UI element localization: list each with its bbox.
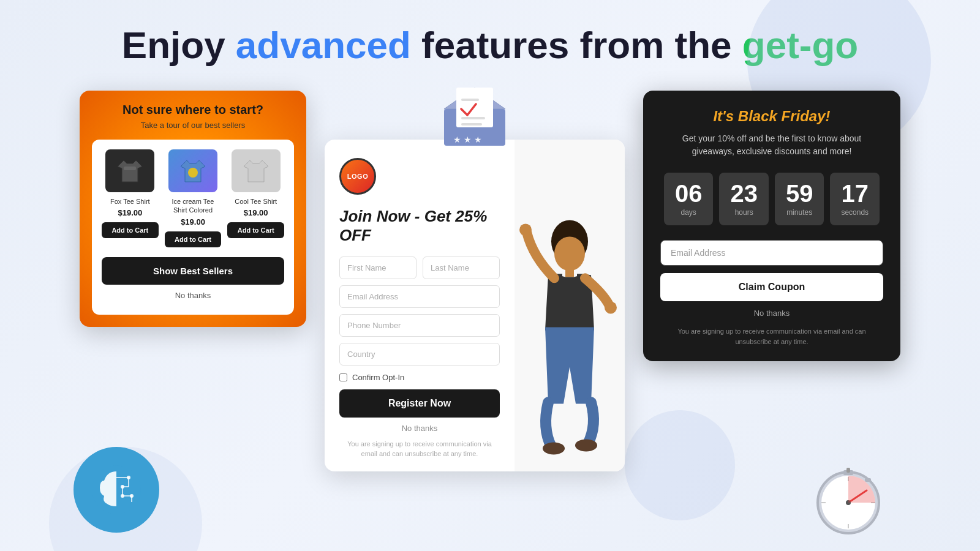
black-friday-popup: It's Black Friday! Get your 10% off and … bbox=[643, 91, 900, 361]
seconds-label: seconds bbox=[841, 208, 869, 217]
svg-marker-0 bbox=[118, 160, 142, 182]
bf-subtitle: Get your 10% off and be the first to kno… bbox=[660, 132, 883, 158]
svg-point-29 bbox=[121, 485, 124, 489]
svg-point-3 bbox=[188, 168, 198, 178]
product-price-3: $19.00 bbox=[227, 208, 284, 217]
product-popup-subtitle: Take a tour of our best sellers bbox=[92, 121, 294, 130]
product-list: Fox Tee Shirt $19.00 Add to Cart Ice cre… bbox=[92, 140, 294, 315]
svg-point-17 bbox=[519, 224, 532, 236]
product-image-3 bbox=[232, 149, 281, 192]
svg-rect-36 bbox=[865, 478, 871, 482]
countdown-days: 06 days bbox=[664, 173, 714, 225]
product-item-2: Ice cream Tee Shirt Colored $19.00 Add t… bbox=[165, 149, 222, 247]
svg-rect-14 bbox=[565, 268, 574, 277]
stopwatch-icon-container bbox=[809, 457, 888, 539]
header-advanced: advanced bbox=[236, 24, 411, 66]
email-input[interactable] bbox=[339, 285, 500, 308]
country-input[interactable] bbox=[339, 343, 500, 365]
seconds-value: 17 bbox=[841, 181, 869, 206]
product-image-1 bbox=[105, 149, 154, 192]
show-best-sellers-button[interactable]: Show Best Sellers bbox=[102, 257, 284, 285]
header-part1: Enjoy bbox=[122, 24, 236, 66]
email-icon: ★ ★ ★ bbox=[438, 84, 511, 152]
svg-point-13 bbox=[554, 237, 585, 271]
product-price-2: $19.00 bbox=[165, 217, 222, 227]
svg-point-31 bbox=[121, 494, 124, 498]
days-value: 06 bbox=[675, 181, 703, 206]
product-name-2: Ice cream Tee Shirt Colored bbox=[165, 197, 222, 215]
svg-rect-35 bbox=[846, 468, 850, 473]
svg-text:★ ★ ★: ★ ★ ★ bbox=[453, 135, 482, 144]
bf-email-input[interactable] bbox=[660, 240, 883, 266]
last-name-input[interactable] bbox=[423, 257, 500, 279]
main-content: Not sure where to start? Take a tour of … bbox=[0, 84, 980, 471]
svg-point-18 bbox=[605, 302, 617, 314]
countdown-minutes: 59 minutes bbox=[775, 173, 824, 225]
hours-label: hours bbox=[730, 208, 758, 217]
jumping-person-svg bbox=[514, 140, 625, 471]
optin-row: Confirm Opt-In bbox=[339, 373, 500, 382]
minutes-value: 59 bbox=[786, 181, 813, 206]
brain-icon-container bbox=[74, 447, 159, 533]
optin-checkbox[interactable] bbox=[339, 373, 347, 381]
logo-area: LOGO bbox=[339, 158, 500, 195]
product-item-3: Cool Tee Shirt $19.00 Add to Cart bbox=[227, 149, 284, 247]
first-name-input[interactable] bbox=[339, 257, 417, 279]
logo-circle: LOGO bbox=[339, 158, 376, 195]
add-cart-button-3[interactable]: Add to Cart bbox=[227, 222, 284, 238]
hours-value: 23 bbox=[730, 181, 758, 206]
reg-disclaimer: You are signing up to receive communicat… bbox=[339, 439, 500, 459]
svg-point-28 bbox=[127, 476, 130, 479]
bf-title: It's Black Friday! bbox=[660, 108, 883, 125]
claim-coupon-button[interactable]: Claim Coupon bbox=[660, 273, 883, 301]
product-name-1: Fox Tee Shirt bbox=[102, 197, 159, 206]
optin-label: Confirm Opt-In bbox=[352, 373, 404, 382]
bf-disclaimer: You are signing up to receive communicat… bbox=[660, 326, 883, 347]
product-popup-title: Not sure where to start? bbox=[92, 103, 294, 117]
countdown-timer: 06 days 23 hours 59 minutes 17 seconds bbox=[660, 173, 883, 225]
countdown-hours: 23 hours bbox=[719, 173, 769, 225]
registration-popup: LOGO Join Now - Get 25% OFF Confirm Opt-… bbox=[325, 140, 625, 471]
product-popup: Not sure where to start? Take a tour of … bbox=[80, 91, 306, 327]
reg-no-thanks[interactable]: No thanks bbox=[339, 424, 500, 433]
countdown-seconds: 17 seconds bbox=[830, 173, 880, 225]
brain-circle bbox=[74, 447, 159, 533]
stopwatch-svg bbox=[809, 457, 888, 536]
minutes-label: minutes bbox=[786, 208, 813, 217]
reg-title: Join Now - Get 25% OFF bbox=[339, 207, 500, 245]
product-no-thanks[interactable]: No thanks bbox=[102, 291, 284, 305]
add-cart-button-1[interactable]: Add to Cart bbox=[102, 222, 159, 238]
product-image-2 bbox=[168, 149, 217, 192]
product-name-3: Cool Tee Shirt bbox=[227, 197, 284, 206]
header-part3: features from the bbox=[411, 24, 742, 66]
svg-rect-7 bbox=[456, 88, 493, 127]
register-button[interactable]: Register Now bbox=[339, 389, 500, 418]
add-cart-button-2[interactable]: Add to Cart bbox=[165, 231, 222, 247]
days-label: days bbox=[675, 208, 703, 217]
svg-point-30 bbox=[130, 494, 134, 498]
svg-rect-1 bbox=[124, 167, 136, 170]
center-area: ★ ★ ★ LOGO Join Now - Get 25% OFF bbox=[325, 84, 625, 471]
product-item-1: Fox Tee Shirt $19.00 Add to Cart bbox=[102, 149, 159, 247]
svg-marker-4 bbox=[244, 160, 268, 182]
reg-form-left: LOGO Join Now - Get 25% OFF Confirm Opt-… bbox=[325, 140, 514, 471]
brain-svg bbox=[89, 462, 144, 517]
logo-text: LOGO bbox=[347, 173, 368, 180]
product-items: Fox Tee Shirt $19.00 Add to Cart Ice cre… bbox=[102, 149, 284, 247]
phone-input[interactable] bbox=[339, 314, 500, 337]
product-price-1: $19.00 bbox=[102, 208, 159, 217]
svg-point-20 bbox=[575, 440, 597, 452]
reg-form-right bbox=[514, 140, 625, 471]
svg-point-19 bbox=[543, 443, 565, 455]
bf-no-thanks[interactable]: No thanks bbox=[660, 309, 883, 318]
